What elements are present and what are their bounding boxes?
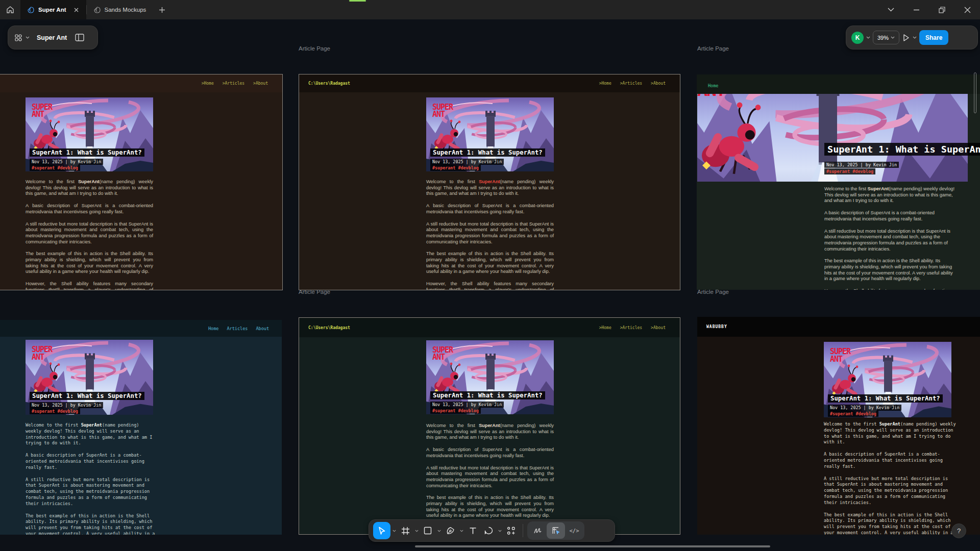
move-tool[interactable] (373, 522, 390, 539)
paragraph: The best example of this in action is th… (426, 495, 554, 519)
sites-mode-button[interactable] (547, 522, 565, 539)
restore-icon[interactable] (929, 0, 954, 19)
nav-articles[interactable]: >Articles (620, 81, 642, 86)
zoom-level-select[interactable]: 39% (873, 31, 899, 44)
scribble-icon (533, 527, 542, 534)
home-icon[interactable] (0, 0, 20, 19)
comment-tool[interactable] (481, 522, 496, 539)
window-menu-chevron-icon[interactable] (878, 0, 903, 19)
main-menu-icon[interactable] (14, 34, 22, 42)
draw-mode-button[interactable] (528, 522, 547, 539)
actions-icon (507, 527, 516, 535)
chevron-down-icon[interactable] (436, 530, 442, 532)
actions-tool[interactable] (503, 522, 519, 539)
article-tags[interactable]: #superant #devblog (828, 411, 878, 417)
file-name[interactable]: Super Ant (37, 34, 67, 41)
nav-home[interactable]: >Home (599, 325, 611, 330)
close-icon[interactable] (954, 0, 980, 19)
present-icon[interactable] (902, 34, 910, 42)
toggle-sidebar-icon[interactable] (75, 34, 84, 41)
article-title: SuperAnt 1: What is SuperAnt? (828, 394, 943, 403)
chevron-down-icon[interactable] (866, 36, 870, 39)
share-button[interactable]: Share (919, 30, 948, 45)
paragraph: A still reductive but more total descrip… (824, 476, 958, 506)
horizontal-scrollbar[interactable] (415, 545, 770, 547)
article-tags[interactable]: #superant #devblog (30, 408, 80, 414)
hero-banner: SuperAnt 1: What is SuperAnt? Nov 13, 20… (26, 97, 153, 171)
frame-label[interactable]: Article Page (697, 45, 729, 52)
site-navbar: Home Articles About (0, 320, 282, 337)
nav-articles[interactable]: Articles (227, 326, 248, 331)
avatar[interactable]: K (851, 32, 864, 44)
tab-sands-mockups[interactable]: Sands Mockups (87, 0, 154, 19)
paragraph: Welcome to the first SuperAnt(name pendi… (824, 421, 958, 445)
frame-label[interactable]: Article Page (697, 289, 729, 295)
nav-home[interactable]: Home (708, 83, 718, 88)
frame-article-page-5[interactable]: C:\Users\Radagast >Home >Articles >About… (299, 317, 680, 535)
paragraph: However, the Shell ability features many… (26, 281, 153, 290)
article-tags[interactable]: #superant #devblog (30, 165, 80, 171)
nav-about[interactable]: >About (651, 325, 666, 330)
frame-label[interactable]: Article Page (299, 289, 330, 295)
chevron-down-icon[interactable] (391, 530, 397, 532)
pen-tool[interactable] (443, 522, 458, 539)
nav-about[interactable]: About (256, 326, 269, 331)
figma-file-icon (28, 7, 34, 13)
paragraph: However, the Shell ability features many… (426, 281, 554, 290)
nav-about[interactable]: >About (253, 81, 268, 86)
frame-icon (401, 527, 410, 535)
comment-bubble-icon (484, 527, 493, 535)
chevron-down-icon[interactable] (497, 530, 503, 532)
nav-home[interactable]: >Home (599, 81, 611, 86)
article-tags[interactable]: #superant #devblog (430, 165, 481, 171)
article-tags[interactable]: #superant #devblog (430, 408, 481, 414)
article-tags[interactable]: #superant #devblog (824, 168, 875, 174)
frame-tool[interactable] (398, 522, 413, 539)
tools-toolbar: </> (369, 519, 615, 542)
chevron-down-icon[interactable] (458, 530, 464, 532)
minimize-icon[interactable] (903, 0, 929, 19)
frame-label[interactable]: Article Page (299, 45, 330, 52)
article-body: Welcome to the first SuperAnt(name pendi… (26, 179, 153, 290)
terminal-path: C:\Users\Radagast (308, 81, 350, 86)
figma-file-icon (94, 7, 101, 13)
text-tool[interactable] (465, 522, 480, 539)
article-meta: Nov 13, 2025 | by Kevin Jin (828, 405, 901, 411)
paragraph: A basic description of SuperAnt is a com… (426, 203, 554, 215)
frame-article-page-1[interactable]: >Home >Articles >About SuperAnt 1: What … (0, 74, 283, 290)
nav-home[interactable]: Home (208, 326, 218, 331)
frame-article-page-4[interactable]: Home Articles About SuperAnt 1: What is … (0, 320, 282, 535)
help-button[interactable]: ? (951, 523, 966, 538)
chevron-down-icon (891, 36, 895, 39)
share-toolbar: K 39% Share (846, 26, 978, 49)
tab-loading-indicator (349, 0, 366, 2)
site-navbar: WABUBBY (697, 317, 980, 337)
article-title: SuperAnt 1: What is SuperAnt? (824, 143, 980, 156)
nav-about[interactable]: >About (651, 81, 666, 86)
paragraph: The best example of this in action is th… (426, 251, 554, 275)
nav-articles[interactable]: >Articles (223, 81, 244, 86)
paragraph: A basic description of SuperAnt is a com… (26, 203, 153, 215)
article-body: Welcome to the first SuperAnt(name pendi… (26, 422, 156, 535)
chevron-down-icon[interactable] (26, 36, 30, 39)
rectangle-icon (424, 527, 432, 535)
chevron-down-icon[interactable] (413, 530, 420, 532)
new-tab-button[interactable] (153, 0, 170, 19)
rectangle-tool[interactable] (420, 522, 435, 539)
frame-article-page-2[interactable]: C:\Users\Radagast >Home >Articles >About… (299, 74, 680, 290)
article-body: Welcome to the first SuperAnt(name pendi… (824, 421, 958, 535)
frame-article-page-3[interactable]: Home SuperAnt 1: What is SuperAnt? Nov 1… (697, 74, 980, 290)
paragraph: A basic description of SuperAnt is a com… (824, 452, 958, 469)
paragraph: Welcome to the first SuperAnt(name pendi… (26, 179, 153, 197)
nav-home[interactable]: >Home (202, 81, 214, 86)
tab-super-ant[interactable]: Super Ant (20, 0, 86, 19)
vertical-scrollbar[interactable] (974, 72, 976, 113)
frame-article-page-6[interactable]: WABUBBY SuperAnt 1: What is SuperAnt? No… (697, 317, 980, 535)
design-canvas[interactable]: Article Page Article Page Article Page A… (0, 19, 980, 551)
dev-mode-button[interactable]: </> (565, 522, 583, 539)
site-title: WABUBBY (706, 324, 727, 329)
chevron-down-icon[interactable] (913, 36, 917, 39)
hero-banner: SuperAnt 1: What is SuperAnt? Nov 13, 20… (824, 342, 951, 417)
tab-close-icon[interactable] (74, 7, 79, 13)
nav-articles[interactable]: >Articles (620, 325, 642, 330)
